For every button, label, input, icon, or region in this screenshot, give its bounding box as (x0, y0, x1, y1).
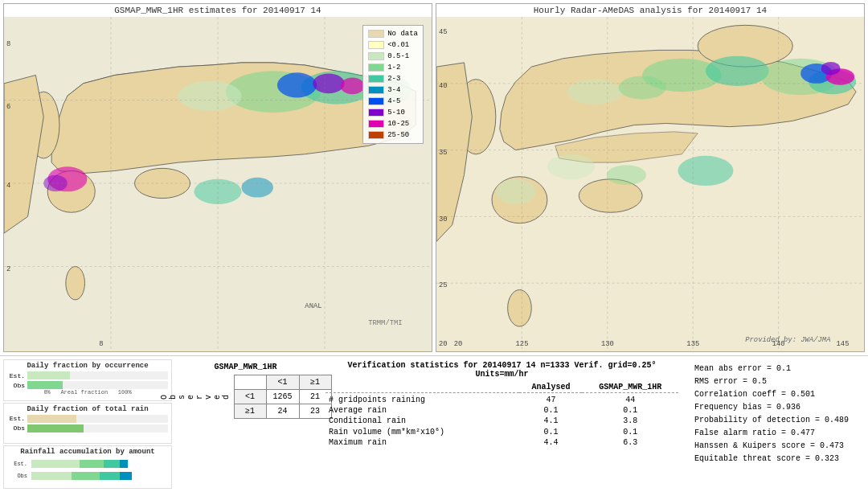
legend-label-10-25: 10-25 (387, 118, 409, 129)
svg-point-70 (821, 62, 841, 76)
bottom-charts: Daily fraction by occurrence Est. Obs 0%… (3, 359, 172, 489)
observed-label: Observed (160, 393, 231, 400)
legend-lt001: <0.01 (368, 39, 418, 51)
verif-val2-max-rain: 6.3 (582, 437, 678, 448)
chart-occurrence-x-label: 0% Areal fraction 100% (7, 389, 168, 396)
svg-point-74 (607, 165, 646, 185)
svg-text:145: 145 (837, 339, 850, 348)
contingency-header-row: <1 ≥1 (234, 375, 331, 390)
svg-rect-102 (31, 472, 72, 480)
legend-label-no-data: No data (387, 28, 418, 39)
chart-rain-obs-row: Obs (7, 424, 168, 433)
chart-occurrence-obs-bar (27, 381, 63, 389)
chart-occurrence-est-bar-container (27, 371, 168, 379)
contingency-row-gte1: ≥1 24 23 (234, 404, 331, 419)
svg-point-73 (547, 154, 595, 179)
chart-rain-obs-label: Obs (7, 424, 25, 432)
verif-label-max-rain: Maximum rain (326, 437, 519, 448)
chart-rain-fraction-title: Daily fraction of total rain (7, 405, 168, 413)
svg-text:135: 135 (686, 339, 699, 348)
right-map-panel: Hourly Radar-AMeDAS analysis for 2014091… (436, 3, 865, 352)
verif-row-rain-volume: Rain volume (mm*km²x10⁶) 0.1 0.1 (326, 426, 678, 437)
svg-point-71 (567, 80, 623, 105)
svg-text:8: 8 (99, 339, 103, 348)
svg-rect-104 (100, 472, 120, 480)
svg-text:40: 40 (439, 81, 448, 90)
svg-text:35: 35 (439, 148, 448, 157)
chart-rain-est-bar (27, 415, 76, 423)
stat-false-alarm-ratio: False alarm ratio = 0.477 (694, 427, 858, 440)
svg-text:6: 6 (6, 102, 10, 111)
verif-empty-col (326, 382, 519, 393)
legend-color-25-50 (368, 131, 384, 139)
left-panel-title: GSMAP_MWR_1HR estimates for 20140917 14 (4, 4, 432, 17)
chart-rain-est-bar-container (27, 415, 168, 423)
contingency-col-lt1: <1 (266, 375, 299, 390)
verif-label-rain-volume: Rain volume (mm*km²x10⁶) (326, 426, 519, 437)
legend-label-25-50: 25-50 (387, 129, 409, 141)
svg-rect-103 (72, 472, 100, 480)
legend-1-2: 1-2 (368, 62, 418, 73)
verif-val1-cond-rain: 4.1 (519, 416, 582, 426)
contingency-table: <1 ≥1 <1 1265 21 ≥1 24 23 (234, 375, 332, 419)
legend-label-5-10: 5-10 (387, 107, 405, 118)
svg-point-75 (678, 156, 733, 186)
legend-05-1: 0.5-1 (368, 51, 418, 62)
chart-occurrence-obs-label: Obs (7, 382, 25, 389)
chart-rain-est-row: Est. (7, 415, 168, 423)
verif-val1-max-rain: 4.4 (519, 437, 582, 448)
contingency-section: GSMAP_MWR_1HR Observed <1 ≥1 <1 1265 21 … (175, 359, 316, 489)
verif-col-gsmap: GSMAP_MWR_1HR (582, 382, 678, 393)
svg-point-29 (66, 267, 85, 300)
verif-val2-gridpoints: 44 (582, 395, 678, 405)
legend-label-2-3: 2-3 (387, 73, 400, 84)
chart-rain-fraction-bars: Est. Obs (7, 415, 168, 433)
svg-rect-99 (80, 460, 104, 468)
svg-text:25: 25 (439, 281, 448, 289)
chart-rain-fraction: Daily fraction of total rain Est. Obs (3, 403, 172, 445)
legend-color-1-2 (368, 64, 384, 72)
chart-occurrence: Daily fraction by occurrence Est. Obs 0%… (3, 359, 172, 401)
svg-point-33 (178, 81, 242, 111)
chart-rain-obs-bar (27, 424, 84, 433)
svg-point-40 (242, 178, 273, 198)
chart-occurrence-est-bar (27, 371, 70, 379)
legend-color-no-data (368, 30, 384, 38)
verif-val1-gridpoints: 47 (519, 395, 582, 405)
contingency-table-wrap: Observed <1 ≥1 <1 1265 21 ≥1 24 23 (160, 375, 332, 419)
verif-row-gridpoints: # gridpoints raining 47 44 (326, 395, 678, 405)
verif-title: Verification statistics for 20140917 14 … (326, 361, 678, 379)
contingency-row-lt1-header: <1 (234, 390, 266, 404)
svg-text:TRMM/TMI: TRMM/TMI (368, 318, 403, 327)
contingency-empty-cell (234, 375, 266, 390)
verif-col-analysed: Analysed (519, 382, 582, 393)
stat-equitable-threat: Equitable threat score = 0.323 (694, 453, 858, 465)
svg-point-34 (277, 72, 317, 97)
svg-text:Obs: Obs (17, 473, 27, 479)
stat-mean-abs-error: Mean abs error = 0.1 (694, 363, 858, 375)
svg-rect-100 (104, 460, 120, 468)
legend-25-50: 25-50 (368, 129, 418, 141)
contingency-title: GSMAP_MWR_1HR (214, 363, 276, 371)
svg-point-35 (313, 73, 344, 93)
chart-occurrence-obs-row: Obs (7, 381, 168, 389)
svg-text:20: 20 (454, 339, 463, 348)
svg-rect-101 (120, 460, 128, 468)
legend-color-3-4 (368, 86, 384, 94)
legend-color-5-10 (368, 109, 384, 117)
stat-rms-error: RMS error = 0.5 (694, 375, 858, 388)
stat-freq-bias: Frequency bias = 0.936 (694, 401, 858, 414)
legend-label-lt001: <0.01 (387, 39, 409, 51)
svg-point-36 (341, 78, 365, 95)
chart-occurrence-obs-bar-container (27, 381, 168, 389)
chart-rain-est-label: Est. (7, 415, 25, 422)
legend-2-3: 2-3 (368, 73, 418, 84)
svg-text:125: 125 (516, 339, 529, 348)
legend-color-4-5 (368, 97, 384, 105)
stat-correlation: Correlation coeff = 0.501 (694, 388, 858, 401)
verif-section: Verification statistics for 20140917 14 … (319, 359, 685, 489)
verif-row-avg-rain: Average rain 0.1 0.1 (326, 405, 678, 416)
legend-10-25: 10-25 (368, 118, 418, 129)
verif-label-avg-rain: Average rain (326, 405, 519, 416)
svg-point-63 (508, 289, 532, 326)
